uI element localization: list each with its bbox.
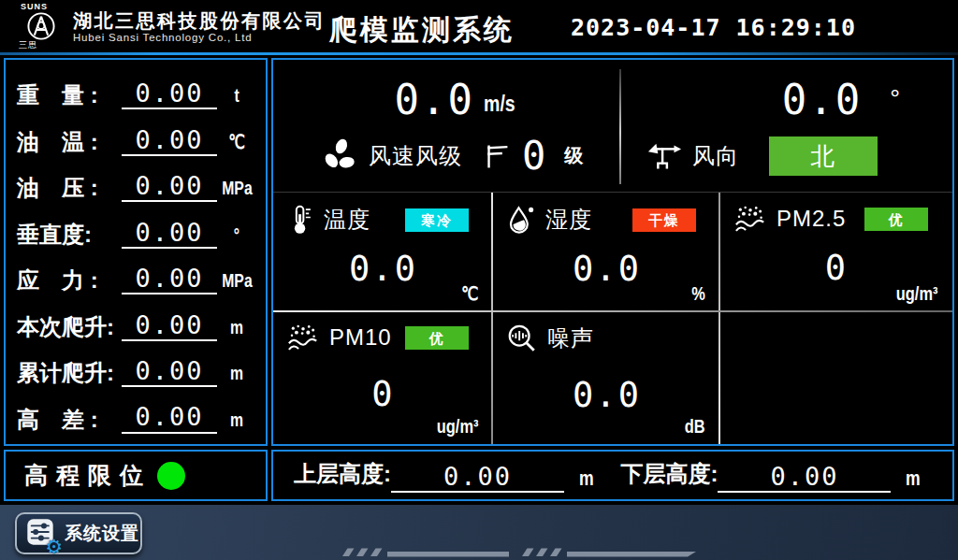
sensor-label: 温度 (324, 205, 370, 235)
metric-value: 0.00 (122, 79, 217, 109)
metric-unit: ℃ (222, 131, 252, 153)
header-divider (0, 52, 958, 55)
wind-speed-block: 0.0 m/s 风速风级 (273, 60, 619, 192)
grid-divider-vertical (491, 193, 493, 444)
environment-panel: 0.0 m/s 风速风级 (271, 58, 954, 446)
metric-row-stress: 应 力 : 0.00 MPa (17, 253, 256, 294)
wind-direction-label: 风向 (692, 141, 739, 171)
metric-value: 0.00 (122, 402, 217, 433)
elevation-limit-label: 高程限位 (24, 460, 152, 491)
page-title: 爬模监测系统 (329, 11, 515, 50)
wind-direction-badge: 北 (769, 136, 878, 176)
sensor-value: 0.0 (506, 236, 707, 306)
metric-unit: m (222, 409, 252, 431)
metric-row-height-diff: 高 差 : 0.00 m (17, 393, 256, 434)
metric-unit: MPa (222, 177, 252, 199)
settings-button-label: 系统设置 (65, 522, 139, 546)
wind-speed-value: 0.0 (394, 80, 473, 120)
wind-section: 0.0 m/s 风速风级 (273, 60, 952, 192)
wind-flag-icon (483, 142, 509, 170)
metric-label: 垂直度: (17, 221, 122, 249)
metric-value: 0.00 (122, 264, 217, 294)
footer-bar: ⚙ 系统设置 (0, 505, 958, 560)
metric-row-weight: 重 量 : 0.00 t (17, 68, 256, 109)
company-name-cn: 湖北三思科技股份有限公司 (73, 10, 326, 32)
sensor-unit: ug/m³ (895, 283, 937, 305)
sensor-cell-noise: 噪声 0.0 dB (493, 311, 720, 444)
wind-direction-value: 0.0 (782, 80, 862, 120)
sensor-cell-pm10: PM10 优 0 ug/m³ (273, 311, 493, 444)
wind-level-value: 0 (522, 136, 545, 176)
metric-unit: ° (222, 223, 252, 246)
lower-height-value: 0.00 (718, 463, 891, 493)
metric-label: 高 差 : (17, 406, 122, 434)
upper-height-unit: m (579, 467, 594, 491)
noise-icon (506, 323, 538, 354)
footer-decoration (329, 546, 704, 557)
sensor-unit: % (691, 283, 705, 305)
particles-icon (733, 204, 767, 234)
sensor-grid: 温度 寒冷 0.0 ℃ 湿度 干燥 0.0 % (273, 192, 952, 444)
settings-button[interactable]: ⚙ 系统设置 (15, 512, 142, 554)
metric-unit: MPa (222, 269, 252, 292)
grid-divider-horizontal (273, 310, 952, 312)
metric-row-current-climb: 本次爬升: 0.00 m (17, 300, 256, 341)
sensor-value: 0.0 (506, 354, 707, 438)
company-name-block: 湖北三思科技股份有限公司 Hubei Sansi Technology Co.,… (73, 10, 326, 43)
sensor-label: PM10 (329, 324, 392, 351)
sensor-label: 噪声 (547, 323, 594, 353)
metric-label: 应 力 : (17, 266, 122, 294)
sensor-cell-temperature: 温度 寒冷 0.0 ℃ (273, 193, 493, 311)
sensor-label: PM2.5 (777, 206, 846, 232)
sensor-status-badge: 寒冷 (405, 208, 469, 232)
sensor-status-badge: 优 (405, 326, 469, 350)
wind-vane-icon (646, 140, 683, 172)
sensor-cell-empty (720, 311, 952, 444)
sensor-cell-humidity: 湿度 干燥 0.0 % (493, 193, 720, 311)
lower-height-label: 下层高度: (620, 459, 718, 489)
metric-label: 累计爬升: (17, 359, 122, 387)
metric-value: 0.00 (122, 310, 217, 341)
company-logo: SUNS 三思 (11, 2, 71, 51)
particles-icon (286, 323, 320, 352)
app-header: SUNS 三思 湖北三思科技股份有限公司 Hubei Sansi Technol… (0, 0, 958, 52)
climbing-formwork-monitor-screen: SUNS 三思 湖北三思科技股份有限公司 Hubei Sansi Technol… (0, 0, 958, 560)
lower-height-item: 下层高度: 0.00 m (620, 459, 924, 493)
metric-value: 0.00 (122, 356, 217, 387)
company-name-en: Hubei Sansi Technology Co., Ltd (73, 32, 326, 43)
metric-row-total-climb: 累计爬升: 0.00 m (17, 346, 256, 387)
wind-level-unit: 级 (564, 143, 583, 168)
metric-row-verticality: 垂直度: 0.00 ° (17, 208, 256, 249)
sensor-status-badge: 优 (864, 208, 928, 231)
metric-row-oil-pressure: 油 压 : 0.00 MPa (17, 161, 256, 202)
metric-row-oil-temp: 油 温 : 0.00 ℃ (17, 115, 256, 156)
status-indicator (157, 462, 185, 490)
settings-sliders-icon: ⚙ (24, 518, 56, 550)
sensor-cell-pm25: PM2.5 优 0 ug/m³ (720, 193, 952, 311)
fan-icon (320, 136, 359, 176)
wind-level-label: 风速风级 (369, 141, 462, 171)
upper-height-item: 上层高度: 0.00 m (294, 459, 598, 493)
metric-unit: m (222, 362, 252, 384)
metric-label: 油 压 : (17, 174, 122, 202)
elevation-limit-panel: 高程限位 (4, 450, 268, 501)
metric-value: 0.00 (122, 218, 217, 249)
datetime-display: 2023-04-17 16:29:10 (571, 14, 856, 41)
lower-height-unit: m (906, 467, 921, 491)
sensor-status-badge: 干燥 (632, 208, 696, 232)
metric-value: 0.00 (122, 125, 217, 156)
humidity-icon (506, 204, 536, 236)
wind-speed-unit: m/s (484, 92, 515, 117)
sensor-unit: ug/m³ (436, 416, 478, 438)
sensor-label: 湿度 (545, 205, 592, 235)
metric-unit: m (222, 316, 252, 338)
metric-value: 0.00 (122, 171, 217, 202)
metric-label: 油 温 : (17, 128, 122, 156)
sensor-unit: ℃ (461, 282, 478, 305)
thermometer-icon (286, 204, 314, 236)
grid-divider-vertical (718, 193, 720, 444)
metric-label: 本次爬升: (17, 313, 122, 341)
logo-suns-text: SUNS (21, 2, 48, 11)
sensor-unit: dB (685, 416, 705, 438)
sensor-value: 0.0 (286, 236, 480, 306)
